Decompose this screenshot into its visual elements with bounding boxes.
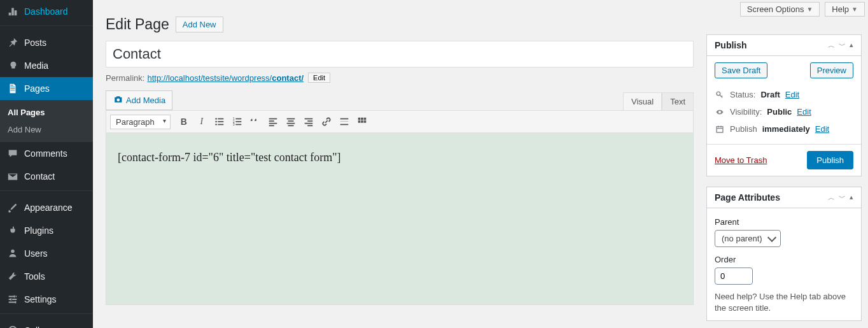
add-new-button[interactable]: Add New <box>176 17 223 32</box>
sidebar-item-tools[interactable]: Tools <box>0 265 93 288</box>
sidebar-item-dashboard[interactable]: Dashboard <box>0 0 93 23</box>
svg-point-1 <box>215 118 217 120</box>
bold-button[interactable]: B <box>176 113 192 130</box>
tab-visual[interactable]: Visual <box>623 92 662 110</box>
sidebar-label: Settings <box>24 294 57 304</box>
publish-value: immediately <box>762 124 810 134</box>
eye-icon <box>715 108 725 117</box>
svg-rect-23 <box>304 123 312 124</box>
sidebar-label: Users <box>24 248 48 259</box>
format-select[interactable]: Paragraph <box>110 115 171 129</box>
parent-label: Parent <box>715 217 853 227</box>
sidebar-item-media[interactable]: Media <box>0 54 93 77</box>
permalink-link[interactable]: http://localhost/testsite/wordpress/cont… <box>147 73 304 83</box>
numbered-list-button[interactable]: 123 <box>229 113 246 130</box>
right-column: Publish ︿ ﹀ ▴ Save Draft Preview Status:… <box>706 34 862 328</box>
permalink-label: Permalink: <box>106 73 144 83</box>
parent-select[interactable]: (no parent) <box>715 230 781 247</box>
svg-rect-24 <box>307 125 312 126</box>
svg-rect-8 <box>235 118 241 120</box>
admin-sidebar: Dashboard Posts Media Pages All Pages Ad… <box>0 0 93 328</box>
edit-permalink-button[interactable]: Edit <box>308 73 330 83</box>
toggle-icon[interactable]: ▴ <box>850 41 853 50</box>
toolbar-toggle-button[interactable] <box>354 113 370 130</box>
bullet-list-button[interactable] <box>211 113 228 130</box>
visibility-row: Visibility: Public Edit <box>715 103 853 120</box>
sidebar-label: Posts <box>24 38 46 48</box>
move-to-trash-link[interactable]: Move to Trash <box>715 155 767 165</box>
sidebar-item-users[interactable]: Users <box>0 242 93 265</box>
svg-rect-20 <box>288 125 293 126</box>
align-center-button[interactable] <box>283 113 299 130</box>
move-up-icon[interactable]: ︿ <box>828 41 835 50</box>
publish-button[interactable]: Publish <box>807 151 853 169</box>
sidebar-item-pages[interactable]: Pages <box>0 77 93 100</box>
svg-rect-15 <box>269 123 277 124</box>
editor-toolbar: Paragraph B I 123 <box>106 110 694 133</box>
preview-button[interactable]: Preview <box>810 62 853 78</box>
align-right-button[interactable] <box>300 113 317 130</box>
box-toggles: ︿ ﹀ ▴ <box>828 41 853 50</box>
tab-text[interactable]: Text <box>662 92 694 110</box>
sidebar-label: Tools <box>24 271 45 282</box>
toggle-icon[interactable]: ▴ <box>850 193 853 203</box>
submenu-add-new[interactable]: Add New <box>0 121 93 138</box>
edit-schedule-link[interactable]: Edit <box>815 124 829 134</box>
svg-rect-25 <box>340 118 348 120</box>
sidebar-item-plugins[interactable]: Plugins <box>0 219 93 242</box>
sidebar-item-appearance[interactable]: Appearance <box>0 196 93 219</box>
media-icon <box>6 59 19 72</box>
svg-rect-35 <box>717 126 723 132</box>
edit-status-link[interactable]: Edit <box>785 90 799 99</box>
visibility-value: Public <box>767 107 792 117</box>
move-down-icon[interactable]: ﹀ <box>839 193 846 203</box>
chevron-down-icon: ▼ <box>806 6 813 13</box>
move-up-icon[interactable]: ︿ <box>828 193 835 203</box>
sidebar-label: Plugins <box>24 225 53 236</box>
publish-footer: Move to Trash Publish <box>707 144 861 176</box>
italic-button[interactable]: I <box>193 113 210 130</box>
publish-box-title: Publish <box>715 40 747 50</box>
post-title-input[interactable] <box>106 41 694 68</box>
help-button[interactable]: Help ▼ <box>825 2 865 17</box>
screen-options-button[interactable]: Screen Options ▼ <box>740 2 820 17</box>
sidebar-item-settings[interactable]: Settings <box>0 288 93 311</box>
svg-rect-12 <box>235 124 241 125</box>
save-draft-button[interactable]: Save Draft <box>715 62 767 78</box>
publish-actions: Save Draft Preview <box>715 62 853 78</box>
sidebar-label: Comments <box>24 148 67 159</box>
add-media-label: Add Media <box>126 96 165 105</box>
sidebar-item-contact[interactable]: Contact <box>0 165 93 188</box>
separator <box>0 25 93 29</box>
move-down-icon[interactable]: ﹀ <box>839 41 846 50</box>
quote-button[interactable] <box>247 113 263 130</box>
svg-rect-26 <box>340 121 348 122</box>
pin-icon <box>6 36 19 49</box>
sidebar-item-collapse[interactable]: Collapse menu <box>0 319 93 328</box>
screen-options-label: Screen Options <box>747 4 804 14</box>
user-icon <box>6 247 19 260</box>
align-left-button[interactable] <box>265 113 281 130</box>
svg-rect-6 <box>218 124 223 125</box>
sidebar-item-posts[interactable]: Posts <box>0 31 93 54</box>
link-button[interactable] <box>318 113 335 130</box>
box-toggles: ︿ ﹀ ▴ <box>828 193 853 203</box>
add-media-button[interactable]: Add Media <box>106 90 172 110</box>
svg-text:3: 3 <box>233 122 235 126</box>
svg-rect-4 <box>218 121 223 122</box>
order-input[interactable] <box>715 267 753 285</box>
sidebar-item-comments[interactable]: Comments <box>0 142 93 165</box>
submenu-all-pages[interactable]: All Pages <box>0 104 93 121</box>
screen-meta-toggles: Screen Options ▼ Help ▼ <box>740 0 868 17</box>
camera-icon <box>113 94 123 106</box>
page-attributes-box: Page Attributes ︿ ﹀ ▴ Parent (no parent)… <box>706 187 862 321</box>
readmore-button[interactable] <box>336 113 353 130</box>
page-header: Edit Page Add New <box>106 16 694 33</box>
attributes-box-title: Page Attributes <box>715 192 780 203</box>
attributes-box-body: Parent (no parent) Order Need help? Use … <box>707 208 861 320</box>
edit-visibility-link[interactable]: Edit <box>797 107 811 117</box>
editor-content-area[interactable]: [contact-form-7 id="6" title="test conta… <box>106 133 694 305</box>
schedule-row: Publish immediately Edit <box>715 120 853 138</box>
svg-rect-28 <box>358 118 360 120</box>
publish-box: Publish ︿ ﹀ ▴ Save Draft Preview Status:… <box>706 34 862 176</box>
